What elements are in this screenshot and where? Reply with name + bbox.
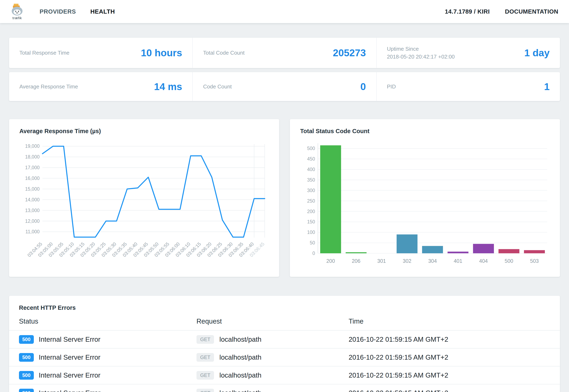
nav-item-providers[interactable]: PROVIDERS [40, 8, 76, 15]
svg-text:302: 302 [403, 258, 412, 264]
time-text: 2016-10-22 01:59:15 AM GMT+2 [349, 353, 448, 361]
stat-value: 1 day [518, 47, 550, 58]
traefik-whale-icon [11, 3, 24, 17]
svg-text:0: 0 [312, 251, 315, 256]
time-cell: 2016-10-22 01:59:15 AM GMT+2 [349, 336, 550, 343]
svg-text:401: 401 [454, 258, 462, 264]
request-path: localhost/path [219, 371, 261, 379]
time-cell: 2016-10-22 01:59:15 AM GMT+2 [349, 371, 550, 379]
svg-text:500: 500 [505, 258, 513, 264]
main-content: Total Response Time 10 hours Total Code … [0, 23, 569, 392]
status-text: Internal Server Error [39, 336, 100, 343]
status-badge: 500 [19, 335, 34, 344]
request-cell: GETlocalhost/path [197, 335, 349, 344]
request-path: localhost/path [219, 336, 261, 343]
stat-value: 10 hours [135, 47, 182, 58]
stat-code-count: Code Count 0 [192, 72, 376, 101]
errors-table-title: Recent HTTP Errors [9, 304, 560, 311]
method-badge: GET [197, 389, 214, 392]
method-badge: GET [197, 335, 214, 344]
svg-text:250: 250 [307, 198, 315, 204]
charts-row: Average Response Time (µs) 11,00012,0001… [9, 119, 560, 277]
stats-row-2: Average Response Time 14 ms Code Count 0… [9, 72, 560, 101]
status-badge: 500 [19, 353, 34, 362]
stat-total-code-count: Total Code Count 205273 [192, 38, 376, 68]
svg-text:12,000: 12,000 [25, 218, 40, 224]
response-time-chart-card: Average Response Time (µs) 11,00012,0001… [9, 119, 279, 277]
svg-text:150: 150 [307, 219, 315, 225]
stat-pid: PID 1 [376, 72, 560, 101]
recent-http-errors-card: Recent HTTP Errors Status Request Time 5… [9, 296, 560, 392]
table-row: 500Internal Server ErrorGETlocalhost/pat… [9, 366, 560, 384]
svg-text:304: 304 [428, 258, 437, 264]
status-cell: 500Internal Server Error [19, 353, 197, 362]
svg-text:15,000: 15,000 [25, 186, 40, 192]
status-code-chart-title: Total Status Code Count [300, 128, 551, 135]
response-time-chart-title: Average Response Time (µs) [19, 128, 270, 135]
time-cell: 2016-10-22 01:59:15 AM GMT+2 [349, 389, 550, 392]
stat-label: Total Response Time [19, 49, 70, 57]
svg-text:100: 100 [307, 230, 315, 235]
svg-text:13,000: 13,000 [25, 208, 40, 213]
svg-text:206: 206 [352, 258, 360, 264]
svg-text:503: 503 [530, 258, 539, 264]
column-header-time: Time [349, 317, 550, 325]
nav-right: 14.7.1789 / KIRI DOCUMENTATION [445, 8, 558, 15]
svg-text:300: 300 [307, 188, 315, 193]
uptime-label: Uptime Since [387, 45, 455, 53]
column-header-status: Status [19, 317, 197, 325]
column-header-request: Request [197, 317, 349, 325]
method-badge: GET [197, 371, 214, 380]
traefik-logo-text: træfik [12, 16, 22, 20]
stat-label: PID [387, 83, 396, 91]
stat-label: Uptime Since 2018-05-20 20:42:17 +02:00 [387, 45, 455, 61]
time-text: 2016-10-22 01:59:15 AM GMT+2 [349, 336, 448, 343]
stat-average-response-time: Average Response Time 14 ms [9, 72, 192, 101]
status-cell: 500Internal Server Error [19, 371, 197, 380]
svg-text:19,000: 19,000 [25, 144, 40, 149]
status-text: Internal Server Error [39, 389, 100, 392]
stat-label: Total Code Count [203, 49, 244, 57]
svg-text:11,000: 11,000 [25, 229, 40, 235]
status-cell: 500Internal Server Error [19, 335, 197, 344]
traefik-logo[interactable]: træfik [11, 3, 24, 20]
time-text: 2016-10-22 01:59:15 AM GMT+2 [349, 371, 448, 379]
status-text: Internal Server Error [39, 371, 100, 379]
method-badge: GET [197, 353, 214, 362]
table-row: 500Internal Server ErrorGETlocalhost/pat… [9, 348, 560, 366]
svg-text:350: 350 [307, 177, 315, 182]
time-text: 2016-10-22 01:59:15 AM GMT+2 [349, 389, 448, 392]
stat-label: Code Count [203, 83, 232, 91]
stat-uptime-since: Uptime Since 2018-05-20 20:42:17 +02:00 … [376, 38, 560, 68]
response-time-line-chart: 11,00012,00013,00014,00015,00016,00017,0… [18, 140, 270, 272]
svg-text:14,000: 14,000 [25, 197, 40, 202]
svg-text:16,000: 16,000 [25, 176, 40, 181]
nav-links: PROVIDERS HEALTH [40, 8, 115, 15]
error-rows: 500Internal Server ErrorGETlocalhost/pat… [9, 330, 560, 392]
svg-text:450: 450 [307, 156, 315, 162]
svg-text:500: 500 [307, 146, 315, 151]
svg-text:200: 200 [307, 209, 315, 214]
stats-row-1: Total Response Time 10 hours Total Code … [9, 38, 560, 68]
stat-value: 1 [538, 81, 550, 92]
request-cell: GETlocalhost/path [197, 371, 349, 380]
table-row: 500Internal Server ErrorGETlocalhost/pat… [9, 330, 560, 348]
table-row: 500Internal Server ErrorGETlocalhost/pat… [9, 384, 560, 392]
request-path: localhost/path [219, 389, 261, 392]
top-navbar: træfik PROVIDERS HEALTH 14.7.1789 / KIRI… [0, 0, 569, 23]
nav-item-health[interactable]: HEALTH [90, 8, 115, 15]
request-path: localhost/path [219, 353, 261, 361]
status-code-bar-chart: 0501001502002503003504004505002002063013… [299, 140, 551, 266]
stat-value: 0 [354, 81, 366, 92]
svg-text:18,000: 18,000 [25, 154, 40, 160]
svg-text:301: 301 [377, 258, 386, 264]
svg-text:200: 200 [326, 258, 335, 264]
request-cell: GETlocalhost/path [197, 389, 349, 392]
stat-label: Average Response Time [19, 83, 78, 91]
stat-value: 14 ms [148, 81, 182, 92]
version-label[interactable]: 14.7.1789 / KIRI [445, 8, 490, 15]
request-cell: GETlocalhost/path [197, 353, 349, 362]
time-cell: 2016-10-22 01:59:15 AM GMT+2 [349, 353, 550, 361]
nav-item-documentation[interactable]: DOCUMENTATION [505, 8, 558, 15]
status-code-chart-card: Total Status Code Count 0501001502002503… [290, 119, 560, 277]
